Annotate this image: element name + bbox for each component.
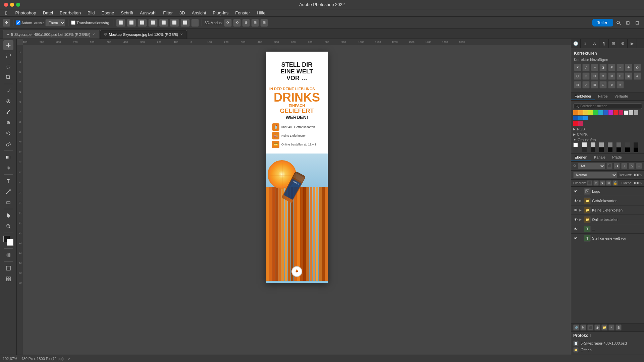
grey-1[interactable]	[573, 142, 578, 147]
corr-threshold[interactable]: ⊟	[616, 72, 624, 80]
panel-properties-icon[interactable]: ⚙	[618, 39, 628, 48]
swatch-amber[interactable]	[578, 110, 583, 115]
tool-history-brush[interactable]	[3, 128, 13, 138]
tab-close-1[interactable]: ✕	[92, 33, 95, 36]
corr-curves[interactable]: ∿	[591, 64, 598, 71]
layer-type-select[interactable]: Art	[578, 163, 605, 169]
grey-3[interactable]	[591, 142, 595, 147]
corr-hsl[interactable]: ≡	[616, 64, 624, 71]
filter-smart-icon[interactable]: ⊞	[636, 163, 642, 169]
layer-link-btn[interactable]: 🔗	[573, 324, 579, 330]
panel-info-icon[interactable]: ℹ	[581, 39, 590, 48]
tool-quickmask[interactable]	[3, 250, 13, 260]
tool-path[interactable]	[3, 187, 13, 197]
fix-position-icon[interactable]: ✥	[600, 180, 605, 186]
transform-checkbox[interactable]	[71, 20, 75, 25]
minimize-button[interactable]	[10, 3, 14, 7]
layer-eye-getraenke[interactable]: 👁	[573, 198, 578, 203]
menu-bearbeiten[interactable]: Bearbeiten	[57, 10, 84, 16]
swatch-magenta[interactable]	[608, 110, 613, 115]
tool-frame[interactable]	[3, 274, 13, 284]
corr-shadows[interactable]: ◑	[574, 81, 581, 88]
corr-posterize[interactable]: ⊞	[608, 72, 615, 80]
tool-blur[interactable]	[3, 163, 13, 173]
corr-vibrance[interactable]: ❋	[608, 64, 615, 71]
menu-bild[interactable]: Bild	[85, 10, 98, 16]
menu-photoshop[interactable]: Photoshop	[12, 10, 39, 16]
layer-online-bestellen[interactable]: 👁 ▶ 📁 Online bestellen	[571, 215, 644, 224]
more-options-btn[interactable]: ···	[191, 19, 199, 27]
menu-datei[interactable]: Datei	[40, 10, 56, 16]
tab-kanaele[interactable]: Kanäle	[591, 154, 609, 161]
swatch-gray[interactable]	[634, 110, 638, 115]
protokoll-item-1[interactable]: 📄 5-Skyscraper-480x1800.psd	[573, 340, 642, 347]
align-left-btn[interactable]: ⬜	[116, 19, 125, 27]
graustufen-section-header[interactable]: ▼ Graustufen	[573, 138, 642, 142]
filter-adjust-icon[interactable]: ◑	[614, 163, 620, 169]
fix-all-icon[interactable]: 🔒	[612, 180, 618, 186]
swatch-pink[interactable]	[619, 110, 623, 115]
layer-delete-btn[interactable]: 🗑	[615, 324, 622, 330]
grey-2[interactable]	[582, 142, 587, 147]
more-status-btn[interactable]: >	[68, 357, 70, 361]
tool-screen-mode[interactable]	[3, 263, 13, 273]
grey-5[interactable]	[608, 142, 612, 147]
apple-menu[interactable]: 	[3, 9, 10, 16]
distribute-btn[interactable]: ⬜	[180, 19, 190, 27]
panel-play-icon[interactable]: ▶	[628, 39, 637, 48]
corr-color-lookup[interactable]: ⊟	[591, 72, 598, 80]
rgb-section-header[interactable]: ▶ RGB	[573, 127, 642, 131]
layer-stell-dir[interactable]: 👁 T Stell dir eine welt vor	[571, 234, 644, 243]
blend-mode-select[interactable]: Normal	[573, 172, 617, 178]
grey-8[interactable]	[634, 142, 638, 147]
move-tool-btn[interactable]: ✥	[3, 19, 10, 27]
background-color[interactable]	[7, 239, 13, 246]
grey-7[interactable]	[625, 142, 630, 147]
grey-14[interactable]	[616, 147, 621, 152]
corr-invert[interactable]: ⊕	[599, 72, 607, 80]
threed-pan-btn[interactable]: ⊕	[242, 19, 250, 27]
farbfelder-search-input[interactable]	[579, 104, 640, 108]
layer-new-btn[interactable]: +	[608, 324, 614, 330]
layer-fx-btn[interactable]: fx	[580, 324, 586, 330]
menu-hilfe[interactable]: Hilfe	[254, 10, 268, 16]
align-top-btn[interactable]: ⬜	[148, 19, 158, 27]
layer-folder-btn[interactable]: 📁	[601, 324, 607, 330]
tab-ebenen[interactable]: Ebenen	[571, 154, 591, 161]
menu-filter[interactable]: Filter	[160, 10, 175, 16]
swatch-blue[interactable]	[603, 110, 608, 115]
corr-selective-color[interactable]: ◈	[634, 72, 641, 80]
tab-pfade[interactable]: Pfade	[609, 154, 625, 161]
corr-equalize[interactable]: ≡	[616, 81, 624, 88]
corr-match[interactable]: ⊟	[599, 81, 607, 88]
swatch-red[interactable]	[613, 110, 618, 115]
layer-eye-stell[interactable]: 👁	[573, 236, 578, 241]
layer-logo[interactable]: 👁 Logo	[571, 187, 644, 196]
tool-marquee[interactable]	[3, 51, 13, 61]
layer-expand-getraenke[interactable]: ▶	[579, 199, 583, 202]
grey-13[interactable]	[608, 147, 612, 152]
tool-zoom[interactable]	[3, 221, 13, 231]
grey-12[interactable]	[599, 147, 604, 152]
tab-verlaeufe[interactable]: Verläufe	[611, 93, 631, 100]
swatch-white[interactable]	[624, 110, 628, 115]
tool-lasso[interactable]	[3, 62, 13, 72]
menu-ansicht[interactable]: Ansicht	[189, 10, 209, 16]
grey-9[interactable]	[573, 147, 578, 152]
farbfelder-search[interactable]	[573, 103, 642, 109]
tab-farbfelder[interactable]: Farbfelder	[571, 93, 595, 100]
color-boxes[interactable]	[3, 236, 13, 246]
fix-artboard-icon[interactable]: ⊞	[606, 180, 611, 186]
layer-eye-online[interactable]: 👁	[573, 217, 578, 222]
grey-15[interactable]	[625, 147, 630, 152]
close-button[interactable]	[4, 3, 8, 7]
tool-eraser[interactable]	[3, 139, 13, 149]
menu-fenster[interactable]: Fenster	[232, 10, 253, 16]
tab-farbe[interactable]: Farbe	[595, 93, 611, 100]
tool-clone[interactable]	[3, 118, 13, 128]
layer-eye-keine[interactable]: 👁	[573, 208, 578, 213]
swatch-orange[interactable]	[573, 110, 578, 115]
panel-paragraph-icon[interactable]: ¶	[599, 39, 609, 48]
tool-text[interactable]: T	[3, 176, 13, 186]
grey-11[interactable]	[591, 147, 595, 152]
